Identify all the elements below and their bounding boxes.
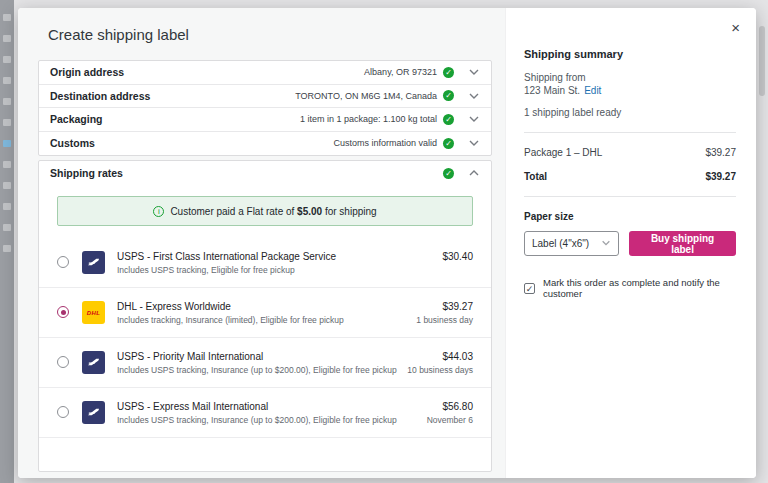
shipping-summary-sidebar: × Shipping summary Shipping from 123 Mai… [505,8,756,478]
rate-list: USPS - First Class International Package… [39,238,491,438]
accordion-label: Packaging [50,113,103,125]
check-icon [443,114,454,125]
flat-rate-banner: Customer paid a Flat rate of $5.00 for s… [57,196,473,226]
check-icon [443,90,454,101]
rate-name: USPS - Priority Mail International [117,351,407,362]
divider [524,132,736,133]
menu-smudge [3,14,11,21]
menu-smudge-active [3,140,11,147]
chevron-down-icon [601,238,611,250]
menu-smudge [3,35,11,42]
radio-button-selected[interactable] [57,306,69,318]
usps-logo-icon [82,401,105,424]
rate-option-usps-first-class[interactable]: USPS - First Class International Package… [39,238,491,288]
info-icon [153,206,164,217]
menu-smudge [3,245,11,252]
paper-size-value: Label (4"x6") [532,238,589,249]
total-row: Total $39.27 [524,171,736,182]
buy-shipping-label-button[interactable]: Buy shipping label [629,231,736,256]
accordion-summary: Customs information valid [333,138,437,148]
rate-name: USPS - Express Mail International [117,401,427,412]
accordion-packaging[interactable]: Packaging 1 item in 1 package: 1.100 kg … [39,108,491,132]
accordion-shipping-rates[interactable]: Shipping rates [39,161,491,185]
shipping-from: Shipping from 123 Main St.Edit [524,72,736,97]
mark-complete-label: Mark this order as complete and notify t… [543,277,736,299]
chevron-down-icon[interactable] [468,137,480,149]
rate-details: Includes USPS tracking, Insurance (up to… [117,415,427,425]
accordion-label: Origin address [50,66,124,78]
rate-eta: November 6 [427,415,473,425]
rate-details: Includes USPS tracking, Insurance (up to… [117,365,407,375]
accordion-label: Shipping rates [50,167,123,179]
paper-size-select[interactable]: Label (4"x6") [524,231,619,256]
rate-option-dhl-express[interactable]: DHL DHL - Express Worldwide Includes tra… [39,288,491,338]
menu-smudge [3,182,11,189]
menu-smudge [3,77,11,84]
edit-address-link[interactable]: Edit [584,85,601,96]
rate-eta: 10 business days [407,365,473,375]
menu-smudge [3,98,11,105]
paper-size-label: Paper size [524,211,736,222]
radio-button[interactable] [57,356,69,368]
radio-button[interactable] [57,406,69,418]
check-icon [443,168,454,179]
page-title: Create shipping label [38,26,492,43]
rate-details: Includes USPS tracking, Eligible for fre… [117,265,442,275]
rate-name: USPS - First Class International Package… [117,251,442,262]
rate-eta: 1 business day [416,315,473,325]
usps-logo-icon [82,251,105,274]
check-icon [443,138,454,149]
chevron-down-icon[interactable] [468,66,480,78]
menu-smudge [3,56,11,63]
package-label: Package 1 – DHL [524,147,602,158]
chevron-up-icon[interactable] [468,167,480,179]
chevron-down-icon[interactable] [468,113,480,125]
shipping-rates-section: Shipping rates Customer paid a Flat rate… [38,160,492,472]
page-scrollbar[interactable] [759,26,765,96]
chevron-down-icon[interactable] [468,90,480,102]
banner-text: Customer paid a Flat rate of $5.00 for s… [170,206,376,217]
usps-logo-icon [82,351,105,374]
accordion-label: Destination address [50,90,150,102]
package-price: $39.27 [705,147,736,158]
dhl-logo-icon: DHL [82,301,105,324]
rate-price: $56.80 [427,401,473,412]
accordion-summary: TORONTO, ON M6G 1M4, Canada [295,91,437,101]
rate-price: $44.03 [407,351,473,362]
rate-option-usps-express[interactable]: USPS - Express Mail International Includ… [39,388,491,438]
accordion-summary: Albany, OR 97321 [364,67,437,77]
package-price-row: Package 1 – DHL $39.27 [524,147,736,158]
accordion-customs[interactable]: Customs Customs information valid [39,132,491,156]
accordion-destination-address[interactable]: Destination address TORONTO, ON M6G 1M4,… [39,85,491,109]
divider [524,196,736,197]
menu-smudge [3,224,11,231]
menu-smudge [3,203,11,210]
radio-button[interactable] [57,256,69,268]
menu-smudge [3,119,11,126]
rate-option-usps-priority[interactable]: USPS - Priority Mail International Inclu… [39,338,491,388]
modal-body: Create shipping label Origin address Alb… [18,8,505,478]
checkbox-checked[interactable] [524,283,535,294]
rate-price: $39.27 [416,301,473,312]
accordion-summary: 1 item in 1 package: 1.100 kg total [300,114,437,124]
rate-price: $30.40 [442,251,473,262]
total-label: Total [524,171,547,182]
rate-name: DHL - Express Worldwide [117,301,416,312]
accordion-origin-address[interactable]: Origin address Albany, OR 97321 [39,61,491,85]
close-icon[interactable]: × [731,20,740,35]
accordion-label: Customs [50,137,95,149]
rate-details: Includes tracking, Insurance (limited), … [117,315,416,325]
dimmed-admin-menu [0,0,14,483]
mark-complete-row[interactable]: Mark this order as complete and notify t… [524,277,736,299]
create-shipping-label-modal: Create shipping label Origin address Alb… [18,8,756,478]
label-steps-accordion: Origin address Albany, OR 97321 Destinat… [38,60,492,156]
check-icon [443,67,454,78]
labels-ready-status: 1 shipping label ready [524,107,736,118]
total-price: $39.27 [705,171,736,182]
summary-title: Shipping summary [524,48,736,60]
menu-smudge [3,161,11,168]
